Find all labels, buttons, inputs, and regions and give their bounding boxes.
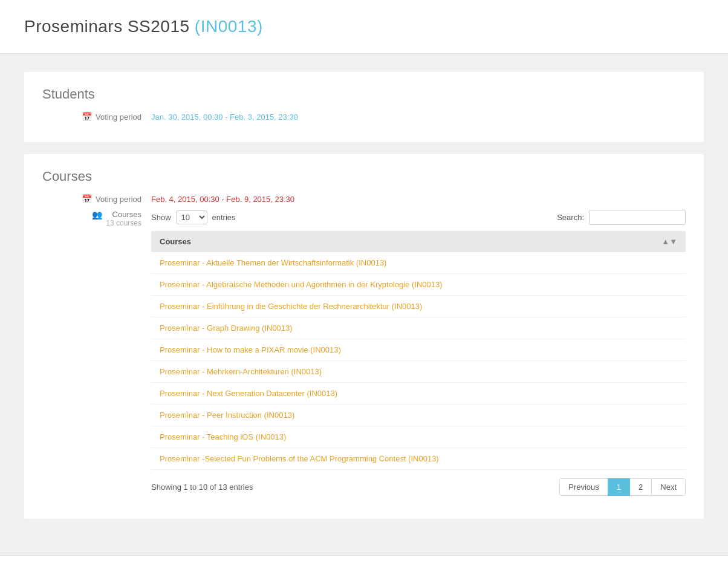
table-row: Proseminar - How to make a PIXAR movie (… (151, 339, 686, 361)
main-content: Students 📅 Voting period Jan. 30, 2015, … (0, 54, 728, 537)
search-area: Search: (557, 210, 686, 225)
course-link[interactable]: Proseminar - Peer Instruction (IN0013) (160, 411, 294, 420)
courses-count: 13 courses (106, 219, 141, 227)
showing-text: Showing 1 to 10 of 13 entries (151, 483, 253, 492)
table-row: Proseminar - Mehrkern-Architekturen (IN0… (151, 361, 686, 383)
show-label: Show (151, 213, 171, 222)
course-link[interactable]: Proseminar - Mehrkern-Architekturen (IN0… (160, 367, 322, 376)
courses-calendar-icon: 📅 (82, 194, 92, 204)
table-controls: Show 10 25 50 100 entries Search: (151, 210, 686, 225)
students-voting-period-row: 📅 Voting period Jan. 30, 2015, 00:30 - F… (42, 112, 686, 122)
page-header: Proseminars SS2015 (IN0013) (0, 0, 728, 54)
students-voting-period-value: Jan. 30, 2015, 00:30 - Feb. 3, 2015, 23:… (151, 112, 298, 122)
table-row: Proseminar - Graph Drawing (IN0013) (151, 317, 686, 339)
table-header-row: Courses ▲▼ (151, 231, 686, 252)
search-label: Search: (557, 213, 584, 222)
next-button[interactable]: Next (651, 478, 686, 496)
table-row: Proseminar - Peer Instruction (IN0013) (151, 405, 686, 426)
table-row: Proseminar -Selected Fun Problems of the… (151, 448, 686, 470)
page-1-button[interactable]: 1 (608, 478, 630, 496)
course-link[interactable]: Proseminar - Algebraische Methoden und A… (160, 280, 443, 289)
course-link[interactable]: Proseminar - Graph Drawing (IN0013) (160, 324, 293, 333)
courses-count-row: 👥 Courses 13 courses Show 10 25 50 10 (42, 210, 686, 496)
show-entries: Show 10 25 50 100 entries (151, 210, 236, 224)
courses-column-header: Courses ▲▼ (151, 231, 686, 252)
courses-section-title: Courses (42, 169, 686, 184)
table-row: Proseminar - Next Generation Datacenter … (151, 383, 686, 405)
sort-icon: ▲▼ (661, 237, 677, 246)
course-link[interactable]: Proseminar - Teaching iOS (IN0013) (160, 432, 286, 441)
table-row: Proseminar - Einführung in die Geschicht… (151, 296, 686, 317)
pagination-area: Showing 1 to 10 of 13 entries Previous 1… (151, 478, 686, 496)
courses-voting-period-value: Feb. 4, 2015, 00:30 - Feb. 9, 2015, 23:3… (151, 195, 294, 204)
table-row: Proseminar - Aktuelle Themen der Wirtsch… (151, 252, 686, 274)
students-section-title: Students (42, 86, 686, 102)
course-link[interactable]: Proseminar - How to make a PIXAR movie (… (160, 345, 341, 354)
page-footer: + participate (0, 555, 728, 569)
course-link[interactable]: Proseminar -Selected Fun Problems of the… (160, 454, 439, 463)
calendar-icon: 📅 (82, 112, 92, 122)
course-link[interactable]: Proseminar - Next Generation Datacenter … (160, 389, 337, 398)
table-header: Courses ▲▼ (151, 231, 686, 252)
students-section: Students 📅 Voting period Jan. 30, 2015, … (24, 72, 704, 142)
course-link[interactable]: Proseminar - Aktuelle Themen der Wirtsch… (160, 258, 386, 267)
courses-voting-period-label: 📅 Voting period (42, 194, 151, 204)
users-icon: 👥 (92, 210, 102, 219)
entries-select[interactable]: 10 25 50 100 (176, 210, 207, 224)
previous-button[interactable]: Previous (559, 478, 608, 496)
pagination-buttons: Previous 1 2 Next (560, 478, 686, 496)
table-row: Proseminar - Algebraische Methoden und A… (151, 274, 686, 296)
students-voting-period-label: 📅 Voting period (42, 112, 151, 122)
course-link[interactable]: Proseminar - Einführung in die Geschicht… (160, 302, 422, 311)
courses-voting-period-row: 📅 Voting period Feb. 4, 2015, 00:30 - Fe… (42, 194, 686, 204)
page-2-button[interactable]: 2 (629, 478, 652, 496)
courses-section: Courses 📅 Voting period Feb. 4, 2015, 00… (24, 154, 704, 519)
courses-table: Courses ▲▼ Proseminar - Aktuelle Themen … (151, 231, 686, 470)
table-row: Proseminar - Teaching iOS (IN0013) (151, 426, 686, 448)
search-input[interactable] (589, 210, 686, 225)
page-title: Proseminars SS2015 (IN0013) (24, 17, 704, 36)
courses-count-label: 👥 Courses 13 courses (42, 210, 151, 227)
entries-label: entries (212, 213, 236, 222)
page-title-highlight: (IN0013) (195, 17, 263, 36)
page-title-text: Proseminars SS2015 (24, 17, 195, 36)
courses-table-body: Proseminar - Aktuelle Themen der Wirtsch… (151, 252, 686, 470)
